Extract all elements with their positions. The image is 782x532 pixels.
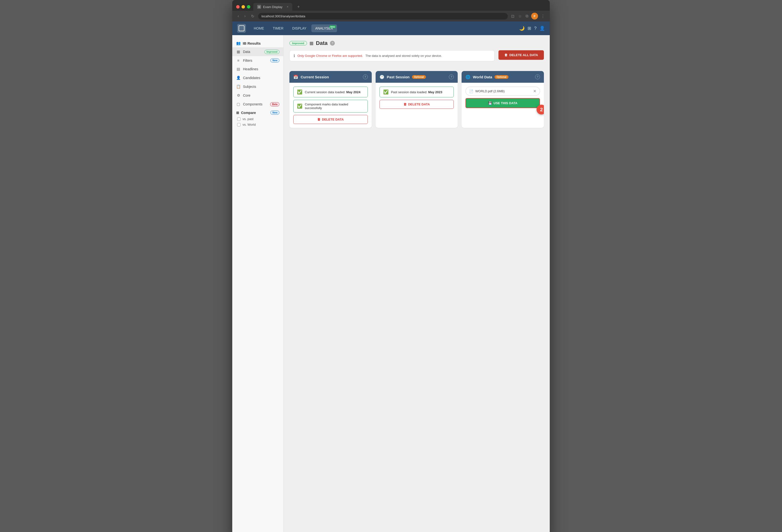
- sidebar-item-vs-world[interactable]: vs. World: [236, 122, 279, 127]
- main-layout: 👥 IB Results ▦ Data Improved ≡ Filters N…: [232, 35, 550, 532]
- world-data-title: World Data: [473, 75, 492, 79]
- past-session-title-row: 🕐 Past Session Optional: [380, 75, 426, 79]
- reload-button[interactable]: ↻: [250, 13, 256, 20]
- page-header: Improved ▦ Data ?: [289, 40, 544, 46]
- close-traffic-light[interactable]: [236, 5, 240, 8]
- filters-icon: ≡: [236, 58, 241, 63]
- check-circle-icon-1: ✅: [297, 89, 303, 95]
- info-banner: ℹ Only Google Chrome or Firefox are supp…: [289, 50, 495, 61]
- past-session-status1: ✅ Past session data loaded: May 2023: [380, 87, 454, 98]
- nav-analyser[interactable]: ANALYSER New: [311, 25, 337, 32]
- tab-favicon: ⊞: [257, 5, 261, 9]
- world-data-title-row: 🌐 World Data Optional: [465, 75, 508, 79]
- back-button[interactable]: ‹: [236, 13, 240, 19]
- components-icon: ▢: [236, 102, 241, 106]
- past-session-delete-button[interactable]: 🗑 DELETE DATA: [380, 100, 454, 109]
- browser-tab[interactable]: ⊞ Exam Display ×: [253, 3, 292, 11]
- file-remove-icon[interactable]: ✕: [533, 89, 536, 93]
- past-session-status1-text: Past session data loaded: May 2023: [391, 90, 442, 94]
- current-session-help-icon[interactable]: ?: [363, 74, 368, 79]
- sidebar-item-filters[interactable]: ≡ Filters New: [232, 56, 283, 65]
- vs-past-checkbox[interactable]: [237, 117, 241, 121]
- nav-home[interactable]: HOME: [250, 25, 268, 32]
- compare-title: ⊞ Compare New: [236, 111, 279, 115]
- subjects-icon: 📋: [236, 84, 241, 89]
- address-bar[interactable]: [258, 13, 508, 20]
- minimize-traffic-light[interactable]: [242, 5, 245, 8]
- past-session-title: Past Session: [387, 75, 410, 79]
- cast-icon[interactable]: ⊡: [510, 13, 515, 20]
- maximize-traffic-light[interactable]: [247, 5, 250, 8]
- compare-icon: ⊞: [236, 111, 239, 115]
- sidebar-item-data[interactable]: ▦ Data Improved: [232, 47, 283, 56]
- sidebar-item-subjects[interactable]: 📋 Subjects: [232, 82, 283, 91]
- page-help-icon[interactable]: ?: [330, 41, 335, 46]
- world-data-body: 📄 WORLD.pdf (2.6MB) ✕ 💾 USE THIS DATA 2: [462, 83, 544, 112]
- forward-button[interactable]: ›: [243, 13, 247, 19]
- analyser-new-badge: New: [329, 25, 336, 28]
- tab-title: Exam Display: [263, 5, 282, 9]
- current-session-status2: ✅ Component marks data loaded successful…: [293, 100, 368, 113]
- sidebar-item-core[interactable]: ⚙ Core: [232, 91, 283, 100]
- sidebar-item-candidates[interactable]: 👤 Candidates: [232, 73, 283, 82]
- pdf-icon: 📄: [469, 89, 473, 93]
- past-session-help-icon[interactable]: ?: [449, 74, 454, 79]
- menu-icon[interactable]: ⋮: [540, 13, 546, 20]
- past-session-header: 🕐 Past Session Optional ?: [376, 71, 458, 83]
- bookmark-icon[interactable]: ☆: [517, 13, 523, 20]
- ib-results-icon: 👥: [236, 41, 241, 45]
- page-title-row: Improved ▦ Data ?: [289, 40, 335, 46]
- world-data-help-icon[interactable]: ?: [535, 74, 540, 79]
- world-data-optional-badge: Optional: [495, 75, 508, 79]
- world-data-card: 🌐 World Data Optional ? 📄 WORLD.pdf (2.6…: [462, 71, 544, 128]
- extensions-icon[interactable]: ⧉: [525, 13, 529, 19]
- candidates-icon: 👤: [236, 76, 241, 80]
- info-text: The data is analysed and stored solely o…: [365, 54, 442, 58]
- compare-section: ⊞ Compare New vs. past vs. World: [232, 109, 283, 129]
- nav-display[interactable]: DISPLAY: [288, 25, 310, 32]
- new-tab-button[interactable]: +: [295, 3, 302, 10]
- current-session-header: 📅 Current Session ?: [289, 71, 372, 83]
- file-pill: 📄 WORLD.pdf (2.6MB) ✕: [465, 87, 540, 96]
- page-title: Data: [316, 40, 328, 46]
- filters-new-badge: New: [270, 58, 279, 63]
- delete-all-button[interactable]: 🗑 DELETE ALL DATA: [498, 50, 544, 60]
- globe-icon: 🌐: [465, 75, 470, 79]
- vs-world-checkbox[interactable]: [237, 123, 241, 126]
- theme-toggle-icon[interactable]: 🌙: [519, 26, 525, 31]
- sidebar-item-headlines[interactable]: ▤ Headlines: [232, 65, 283, 73]
- sidebar-item-components[interactable]: ▢ Components Beta: [232, 100, 283, 109]
- info-icon: ℹ: [293, 53, 295, 58]
- check-circle-icon-3: ✅: [383, 89, 389, 95]
- file-name: WORLD.pdf (2.6MB): [475, 89, 504, 93]
- core-icon: ⚙: [236, 93, 241, 98]
- user-nav-icon[interactable]: 👤: [539, 26, 545, 31]
- user-avatar[interactable]: F: [531, 13, 538, 20]
- layout-icon[interactable]: ⊞: [528, 26, 531, 31]
- use-data-button[interactable]: 💾 USE THIS DATA: [465, 98, 540, 108]
- current-session-body: ✅ Current session data loaded: May 2024 …: [289, 83, 372, 128]
- app-nav: HOME TIMER DISPLAY ANALYSER New 🌙 ⊞ ? 👤: [232, 22, 550, 35]
- data-improved-badge: Improved: [264, 50, 279, 54]
- nav-timer[interactable]: TIMER: [269, 25, 287, 32]
- data-icon: ▦: [236, 49, 241, 54]
- current-session-title-row: 📅 Current Session: [293, 75, 329, 79]
- compare-new-badge: New: [270, 111, 279, 115]
- help-nav-icon[interactable]: ?: [534, 26, 537, 31]
- cards-row: 📅 Current Session ? ✅ Current session da…: [289, 71, 544, 128]
- tab-close-icon[interactable]: ×: [287, 5, 288, 8]
- step-badge: 2: [537, 105, 544, 114]
- data-page-icon: ▦: [310, 40, 314, 46]
- current-session-title: Current Session: [300, 75, 329, 79]
- headlines-icon: ▤: [236, 67, 241, 71]
- page-improved-badge: Improved: [289, 41, 307, 45]
- sidebar: 👥 IB Results ▦ Data Improved ≡ Filters N…: [232, 35, 284, 532]
- app-logo: [237, 24, 246, 33]
- sidebar-section-title: 👥 IB Results: [232, 39, 283, 47]
- nav-links: HOME TIMER DISPLAY ANALYSER New: [250, 25, 337, 32]
- past-session-optional-badge: Optional: [412, 75, 426, 79]
- current-session-delete-button[interactable]: 🗑 DELETE DATA: [293, 115, 368, 124]
- browser-toolbar: ‹ › ↻ ⊡ ☆ ⧉ F ⋮: [232, 11, 550, 22]
- sidebar-item-vs-past[interactable]: vs. past: [236, 116, 279, 122]
- logo-icon: [239, 25, 245, 31]
